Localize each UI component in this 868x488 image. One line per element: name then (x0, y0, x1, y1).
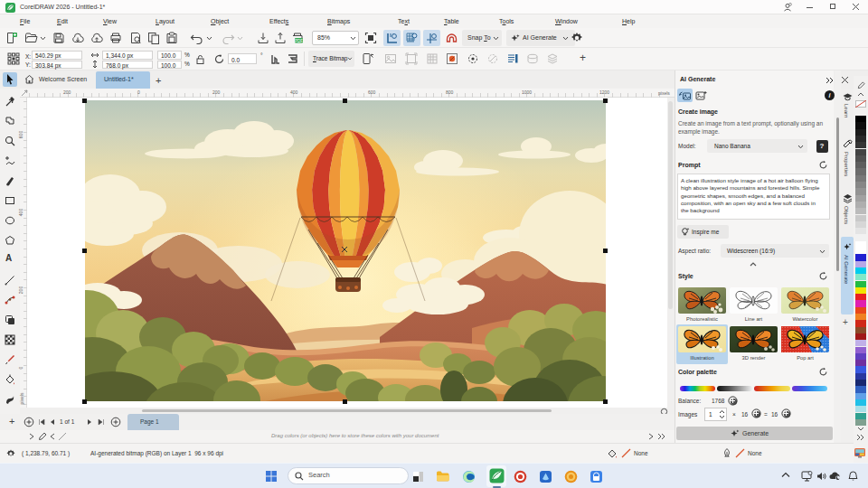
svg-text:PDF: PDF (295, 39, 303, 43)
